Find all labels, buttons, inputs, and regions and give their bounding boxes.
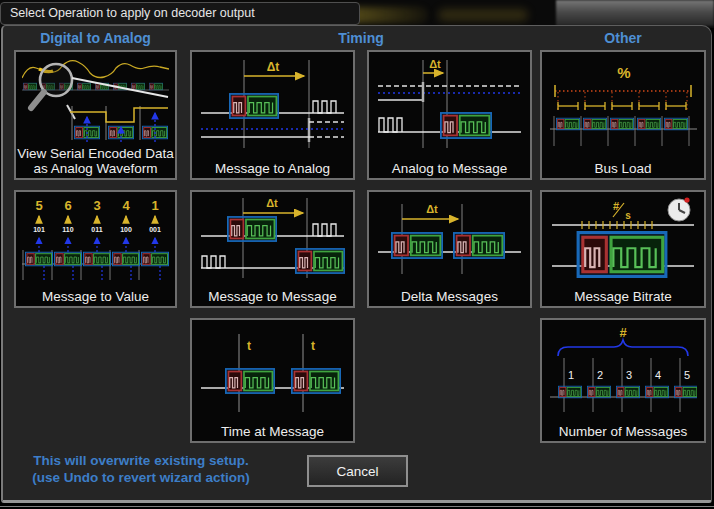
cancel-button[interactable]: Cancel bbox=[307, 455, 408, 487]
svg-text:6: 6 bbox=[64, 198, 71, 213]
tile-view-serial-encoded-data[interactable]: View Serial Encoded Data as Analog Wavef… bbox=[14, 50, 177, 180]
tile-analog-to-message[interactable]: Δt Analog to Message bbox=[367, 50, 532, 180]
tile-label: Time at Message bbox=[192, 424, 353, 439]
overwrite-warning-line2: (use Undo to revert wizard action) bbox=[10, 469, 272, 486]
binary-values: 101 110 011 100 001 bbox=[33, 226, 161, 233]
svg-text:100: 100 bbox=[120, 226, 132, 233]
tile-label-line2: as Analog Waveform bbox=[16, 161, 175, 176]
delta-t-label: Δt bbox=[429, 58, 441, 70]
time-label: t bbox=[247, 339, 251, 353]
count-label: # bbox=[619, 325, 627, 340]
tile-label-line1: View Serial Encoded Data bbox=[16, 146, 175, 161]
delta-t-label: Δt bbox=[266, 197, 278, 209]
analog-to-message-icon: Δt bbox=[376, 56, 523, 152]
background-window-edge bbox=[556, 0, 714, 26]
column-header-timing: Timing bbox=[190, 30, 532, 46]
magnifier-icon bbox=[31, 64, 72, 108]
delta-t-label: Δt bbox=[267, 60, 280, 74]
tile-label: Message Bitrate bbox=[542, 289, 704, 304]
bus-load-icon: % bbox=[550, 56, 697, 152]
message-to-message-icon: Δt bbox=[199, 196, 346, 280]
tile-time-at-message[interactable]: t t Time at Message bbox=[190, 318, 355, 443]
overwrite-warning-line1: This will overwrite existing setup. bbox=[10, 452, 272, 469]
delta-t-label: Δt bbox=[426, 203, 438, 215]
up-arrows bbox=[39, 216, 155, 223]
tile-message-bitrate[interactable]: # s Message Bitrate bbox=[540, 190, 706, 308]
svg-text:3: 3 bbox=[625, 369, 631, 381]
message-indexes: 1 2 3 4 5 bbox=[567, 369, 689, 381]
svg-text:101: 101 bbox=[33, 226, 45, 233]
clock-icon bbox=[668, 197, 690, 221]
svg-text:4: 4 bbox=[122, 198, 130, 213]
column-header-digital-to-analog: Digital to Analog bbox=[14, 30, 177, 46]
tile-label: Bus Load bbox=[542, 161, 704, 176]
decoded-values: 5 6 3 4 1 bbox=[35, 198, 158, 213]
time-label: t bbox=[311, 339, 315, 353]
svg-text:5: 5 bbox=[683, 369, 689, 381]
tile-label: Message to Message bbox=[192, 289, 353, 304]
time-dividers bbox=[564, 358, 680, 412]
tile-label: Analog to Message bbox=[369, 161, 530, 176]
drop-ticks bbox=[558, 92, 687, 111]
tile-label: Delta Messages bbox=[369, 289, 530, 304]
svg-text:2: 2 bbox=[596, 369, 602, 381]
number-of-messages-icon: # 1 2 3 4 5 bbox=[550, 324, 697, 416]
view-serial-encoded-data-icon bbox=[22, 56, 169, 142]
percent-label: % bbox=[617, 64, 630, 81]
rate-denominator-label: s bbox=[625, 210, 631, 221]
tile-bus-load[interactable]: % Bus Load bbox=[540, 50, 706, 180]
tile-message-to-analog[interactable]: Δt Message to Analog bbox=[190, 50, 355, 180]
background-blur-blob bbox=[438, 9, 528, 21]
tile-message-to-value[interactable]: 5 6 3 4 1 101 110 011 100 001 bbox=[14, 190, 177, 308]
svg-text:011: 011 bbox=[91, 226, 102, 233]
column-header-other: Other bbox=[540, 30, 706, 46]
svg-text:3: 3 bbox=[93, 198, 100, 213]
overwrite-warning: This will overwrite existing setup. (use… bbox=[10, 452, 272, 486]
tile-number-of-messages[interactable]: # 1 2 3 4 5 Number of Messages bbox=[540, 318, 706, 443]
tile-label: View Serial Encoded Data as Analog Wavef… bbox=[16, 146, 175, 176]
tile-label: Number of Messages bbox=[542, 424, 704, 439]
interval-brackets bbox=[558, 102, 686, 110]
message-bitrate-icon: # s bbox=[550, 196, 697, 280]
svg-text:110: 110 bbox=[62, 226, 73, 233]
tile-label: Message to Analog bbox=[192, 161, 353, 176]
step-waveform bbox=[70, 108, 168, 122]
svg-text:1: 1 bbox=[151, 198, 158, 213]
svg-text:4: 4 bbox=[654, 369, 660, 381]
brace bbox=[558, 340, 688, 356]
screen-bottom-edge bbox=[0, 506, 714, 507]
tile-label: Message to Value bbox=[16, 289, 175, 304]
tile-delta-messages[interactable]: Δt Delta Messages bbox=[367, 190, 532, 308]
svg-text:001: 001 bbox=[149, 226, 161, 233]
tile-message-to-message[interactable]: Δt Message to Message bbox=[190, 190, 355, 308]
svg-text:1: 1 bbox=[567, 369, 573, 381]
svg-text:5: 5 bbox=[35, 198, 42, 213]
time-at-message-icon: t t bbox=[199, 324, 346, 416]
message-to-value-icon: 5 6 3 4 1 101 110 011 100 001 bbox=[22, 196, 169, 282]
delta-messages-icon: Δt bbox=[376, 196, 523, 280]
message-to-analog-icon: Δt bbox=[199, 56, 346, 152]
dialog-title: Select Operation to apply on decoder out… bbox=[0, 2, 360, 25]
